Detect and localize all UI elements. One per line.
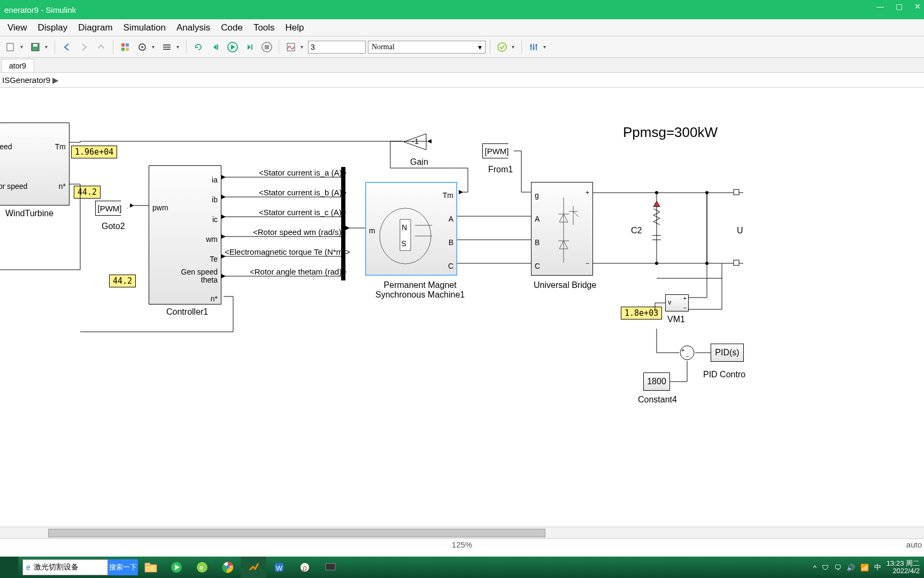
dropdown-icon[interactable]: ▾ [152, 44, 157, 50]
menu-code[interactable]: Code [215, 20, 248, 35]
display-vm[interactable]: 1.8e+03 [621, 307, 662, 320]
port-windspeed-in: nd speed [0, 142, 12, 151]
menu-simulation[interactable]: Simulation [118, 20, 171, 35]
run-button[interactable] [225, 40, 240, 55]
dropdown-icon[interactable]: ▾ [301, 44, 306, 50]
svg-rect-2 [33, 44, 37, 47]
model-config-button[interactable] [135, 40, 150, 55]
taskbar-wps[interactable]: W [266, 557, 292, 578]
ie-icon: e [26, 563, 30, 572]
nav-fwd-button[interactable] [76, 40, 91, 55]
dropdown-icon[interactable]: ▾ [20, 44, 26, 50]
port-ia: ia [212, 176, 218, 184]
block-from1[interactable]: [PWM] [482, 143, 514, 158]
tray-clock[interactable]: 13:23 周二 2022/4/2 [887, 560, 920, 575]
taskbar-search[interactable]: e 激光切割设备 [22, 559, 108, 575]
svg-point-8 [141, 46, 143, 48]
dropdown-icon[interactable]: ▾ [543, 44, 549, 50]
block-universal-bridge[interactable]: g A B C [531, 182, 593, 276]
scope-button[interactable] [283, 40, 298, 55]
block-sum[interactable]: + − [679, 345, 695, 361]
window-close-button[interactable]: ✕ [914, 2, 921, 11]
display-genspeed[interactable]: 44.2 [109, 275, 136, 287]
tray-ime[interactable]: 中 [874, 562, 881, 572]
tray-icon[interactable]: 🛡 [822, 564, 829, 572]
tray-chevron-icon[interactable]: ^ [813, 564, 817, 572]
block-pmsm[interactable]: Tm m A B C N S [365, 182, 457, 276]
search-button[interactable]: 搜索一下 [108, 559, 138, 575]
taskbar-explorer[interactable] [138, 557, 164, 578]
svg-point-47 [705, 191, 709, 194]
breadcrumb-root[interactable]: ISGenerator9 [2, 75, 50, 85]
toolbar: ▾ ▾ ▾ ▾ ▾ Normal ▾ ▾ ▾ [0, 36, 924, 58]
step-back-button[interactable] [208, 40, 223, 55]
svg-rect-14 [251, 44, 252, 50]
scrollbar-thumb[interactable] [48, 529, 545, 537]
check-button[interactable] [495, 40, 510, 55]
menu-help[interactable]: Help [280, 20, 310, 35]
svg-rect-3 [121, 43, 125, 47]
dropdown-icon[interactable]: ▾ [512, 44, 517, 50]
taskbar-matlab-active[interactable] [241, 557, 266, 578]
tray-wifi-icon[interactable]: 📶 [860, 564, 869, 572]
svg-text:+: + [681, 347, 684, 353]
update-diagram-button[interactable] [191, 40, 206, 55]
menu-diagram[interactable]: Diagram [73, 20, 118, 35]
taskbar-app-4[interactable] [318, 557, 343, 578]
block-label: VM1 [667, 315, 685, 324]
nav-back-button[interactable] [59, 40, 74, 55]
block-controller1[interactable]: pwm ia ib ic wm Te Gen speed theta n* [149, 165, 221, 305]
model-explorer-button[interactable] [159, 40, 174, 55]
diagram-canvas[interactable]: Ppmsg=300kW Tm n* nd speed nerator speed… [0, 88, 924, 527]
block-vm1[interactable]: v + − [665, 294, 689, 311]
horizontal-scrollbar[interactable] [0, 527, 924, 538]
block-label: Goto2 [102, 222, 125, 231]
constant4-value: 1800 [647, 377, 666, 386]
model-tab[interactable]: ator9 [1, 59, 34, 72]
menu-tools[interactable]: Tools [248, 20, 280, 35]
simulation-mode-select[interactable]: Normal ▾ [368, 41, 486, 54]
windows-taskbar[interactable]: e 激光切割设备 搜索一下 e W ρ ^ 🛡 🗨 🔊 📶 中 13:23 周二… [0, 557, 924, 578]
taskbar-app-3[interactable]: ρ [292, 557, 318, 578]
port-b: B [449, 238, 453, 247]
svg-line-37 [573, 211, 579, 217]
taskbar-app-2[interactable]: e [189, 557, 215, 578]
menu-view[interactable]: View [2, 20, 33, 35]
dropdown-icon[interactable]: ▾ [176, 44, 182, 50]
block-windturbine[interactable]: Tm n* nd speed nerator speed [0, 123, 70, 206]
menu-analysis[interactable]: Analysis [171, 20, 215, 35]
annotation-ppmsg[interactable]: Ppmsg=300kW [623, 124, 718, 141]
zoom-level[interactable]: 125% [452, 540, 472, 549]
block-constant4[interactable]: 1800 [643, 372, 670, 391]
display-nstar[interactable]: 44.2 [74, 186, 101, 199]
window-maximize-button[interactable]: ▢ [896, 2, 903, 11]
start-button[interactable] [0, 557, 18, 578]
window-minimize-button[interactable]: — [876, 2, 884, 11]
tuning-button[interactable] [526, 40, 541, 55]
dropdown-icon[interactable]: ▾ [45, 44, 50, 50]
port-pwm-out: pwm [152, 203, 168, 212]
nav-up-button[interactable] [94, 40, 109, 55]
svg-marker-65 [221, 195, 226, 199]
library-browser-button[interactable] [118, 40, 133, 55]
system-tray[interactable]: ^ 🛡 🗨 🔊 📶 中 13:23 周二 2022/4/2 [813, 560, 924, 575]
stop-time-input[interactable] [308, 41, 366, 54]
status-right: auto [906, 540, 922, 549]
block-goto2[interactable]: [PWM] [95, 201, 127, 216]
taskbar-chrome[interactable] [215, 557, 241, 578]
tray-volume-icon[interactable]: 🔊 [846, 564, 855, 572]
port-tm: Tm [443, 191, 453, 200]
tray-icon[interactable]: 🗨 [834, 564, 841, 572]
breadcrumb[interactable]: ISGenerator9 ▶ [0, 73, 924, 88]
block-demux[interactable] [341, 167, 345, 280]
new-model-button[interactable] [3, 40, 18, 55]
menu-display[interactable]: Display [33, 20, 73, 35]
svg-text:−: − [686, 353, 689, 360]
display-tm[interactable]: 1.96e+04 [71, 146, 117, 158]
step-fwd-button[interactable] [242, 40, 257, 55]
stop-button[interactable] [259, 40, 274, 55]
taskbar-app-1[interactable] [164, 557, 189, 578]
block-pid[interactable]: PID(s) [711, 344, 744, 362]
save-button[interactable] [28, 40, 43, 55]
chevron-right-icon: ▶ [52, 75, 59, 85]
